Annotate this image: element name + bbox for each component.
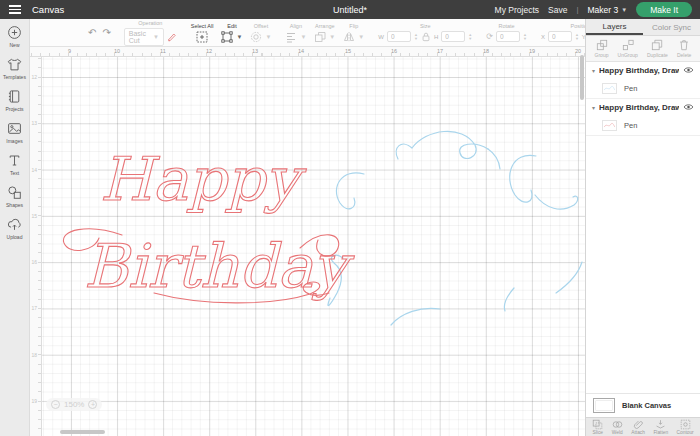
- machine-selector[interactable]: Maker 3 ▼: [587, 5, 627, 15]
- align-label: Align: [290, 23, 302, 29]
- select-all-label: Select All: [191, 23, 214, 29]
- disclosure-triangle-icon[interactable]: ▾: [592, 67, 595, 74]
- chevron-down-icon: ▼: [265, 34, 271, 40]
- canvas-color-swatch[interactable]: [593, 398, 615, 413]
- chevron-down-icon: ▼: [236, 34, 242, 40]
- arrange-icon: [314, 31, 326, 43]
- redo-icon[interactable]: ↷: [102, 27, 110, 38]
- image-icon: [7, 121, 22, 136]
- operation-select[interactable]: Basic Cut ▼: [124, 28, 164, 46]
- menu-icon[interactable]: [0, 0, 30, 19]
- layer-group-row[interactable]: ▾ Happy Birthday, Draw: [586, 62, 700, 78]
- chevron-down-icon: ▼: [621, 7, 627, 13]
- size-label: Size: [420, 23, 431, 29]
- layer-group-row[interactable]: ▾ Happy Birthday, Draw: [586, 99, 700, 115]
- flip-menu[interactable]: ▼: [343, 31, 364, 43]
- align-menu[interactable]: ▼: [285, 31, 306, 43]
- blank-canvas-row[interactable]: Blank Canvas: [586, 393, 700, 417]
- weld-button[interactable]: Weld: [612, 419, 623, 435]
- slice-button[interactable]: Slice: [592, 419, 603, 435]
- sidebar-item-upload[interactable]: Upload: [0, 217, 30, 240]
- position-label: Position: [571, 23, 585, 29]
- align-icon: [285, 31, 297, 43]
- sidebar-item-text[interactable]: Text: [0, 153, 30, 176]
- notebook-icon: [7, 89, 22, 104]
- sidebar-item-new[interactable]: New: [0, 25, 30, 48]
- height-input[interactable]: [441, 31, 465, 42]
- pen-color-swatch[interactable]: [167, 30, 177, 43]
- save-link[interactable]: Save: [548, 5, 567, 15]
- slice-icon: [592, 419, 603, 430]
- duplicate-button[interactable]: Duplicate: [647, 39, 668, 58]
- offset-label: Offset: [254, 23, 269, 29]
- width-label: W: [378, 34, 384, 40]
- tab-color-sync[interactable]: Color Sync: [643, 19, 700, 35]
- edit-label: Edit: [227, 23, 236, 29]
- edit-icon: [221, 31, 233, 43]
- make-it-button[interactable]: Make It: [636, 2, 692, 17]
- script-layer-red[interactable]: Happy Birthday: [63, 144, 354, 303]
- zoom-in-button[interactable]: +: [88, 400, 97, 409]
- undo-icon[interactable]: ↶: [88, 27, 96, 38]
- width-stepper[interactable]: ▲▼: [414, 33, 418, 40]
- header-bar: Canvas Untitled* My Projects Save | Make…: [0, 0, 700, 19]
- blank-canvas-label: Blank Canvas: [622, 401, 671, 410]
- zoom-level: 150%: [64, 400, 84, 409]
- x-label: X: [541, 34, 545, 40]
- arrange-menu[interactable]: ▼: [314, 31, 335, 43]
- contour-button[interactable]: Contour: [677, 419, 694, 435]
- layer-thumbnail: [602, 83, 617, 94]
- flatten-icon: [655, 419, 666, 430]
- layer-item-pen[interactable]: Pen: [586, 115, 700, 136]
- page-title: Canvas: [32, 4, 64, 15]
- flatten-button[interactable]: Flatten: [653, 419, 668, 435]
- arrange-label: Arrange: [315, 23, 335, 29]
- zoom-out-button[interactable]: −: [51, 400, 60, 409]
- vertical-ruler: 12 13 14 15 16 17 18 19: [30, 57, 42, 436]
- cricut-design-space-app: Canvas Untitled* My Projects Save | Make…: [0, 0, 700, 436]
- group-button[interactable]: Group: [595, 39, 609, 58]
- disclosure-triangle-icon[interactable]: ▾: [592, 104, 595, 111]
- width-input[interactable]: [387, 31, 411, 42]
- lock-icon[interactable]: [421, 31, 431, 42]
- flip-label: Flip: [349, 23, 358, 29]
- x-stepper[interactable]: ▲▼: [575, 33, 579, 40]
- visibility-eye-icon[interactable]: [683, 103, 694, 111]
- design-canvas[interactable]: Happy Birthday 9 10 11 12 13 14 15 16 17…: [30, 47, 585, 436]
- tab-layers[interactable]: Layers: [586, 19, 643, 35]
- offset-menu[interactable]: ▼: [250, 31, 271, 43]
- plus-circle-icon: [7, 25, 22, 40]
- layer-group-name: Happy Birthday, Draw: [599, 103, 679, 112]
- ungroup-button[interactable]: UnGroup: [618, 39, 638, 58]
- ungroup-icon: [622, 39, 634, 51]
- layer-item-pen[interactable]: Pen: [586, 78, 700, 99]
- sidebar-item-images[interactable]: Images: [0, 121, 30, 144]
- group-icon: [596, 39, 608, 51]
- upload-cloud-icon: [7, 217, 22, 232]
- vertical-scrollbar[interactable]: [580, 55, 584, 100]
- sidebar-item-projects[interactable]: Projects: [0, 89, 30, 112]
- text-icon: [7, 153, 22, 168]
- attach-icon: [633, 419, 644, 430]
- attach-button[interactable]: Attach: [631, 419, 645, 435]
- edit-menu[interactable]: ▼: [221, 31, 242, 43]
- sidebar-item-templates[interactable]: Templates: [0, 57, 30, 80]
- select-all-icon[interactable]: [196, 31, 208, 43]
- horizontal-ruler: 9 10 11 12 13 14 15 16 17 18 19 20: [30, 47, 585, 57]
- shapes-icon: [7, 185, 22, 200]
- canvas-artwork[interactable]: Happy Birthday: [42, 57, 585, 436]
- my-projects-link[interactable]: My Projects: [495, 5, 539, 15]
- visibility-eye-icon[interactable]: [683, 66, 694, 74]
- rotate-stepper[interactable]: ▲▼: [523, 33, 527, 40]
- x-input[interactable]: [548, 31, 572, 42]
- rotate-input[interactable]: [496, 31, 520, 42]
- horizontal-scrollbar[interactable]: [60, 430, 105, 434]
- layers-panel: Layers Color Sync Group UnGroup Duplicat…: [585, 19, 700, 436]
- height-stepper[interactable]: ▲▼: [468, 33, 472, 40]
- weld-icon: [612, 419, 623, 430]
- delete-icon: [678, 39, 690, 51]
- sidebar-item-shapes[interactable]: Shapes: [0, 185, 30, 208]
- layer-item-label: Pen: [624, 121, 637, 130]
- delete-button[interactable]: Delete: [677, 39, 691, 58]
- flourish-layer-blue[interactable]: [328, 131, 582, 325]
